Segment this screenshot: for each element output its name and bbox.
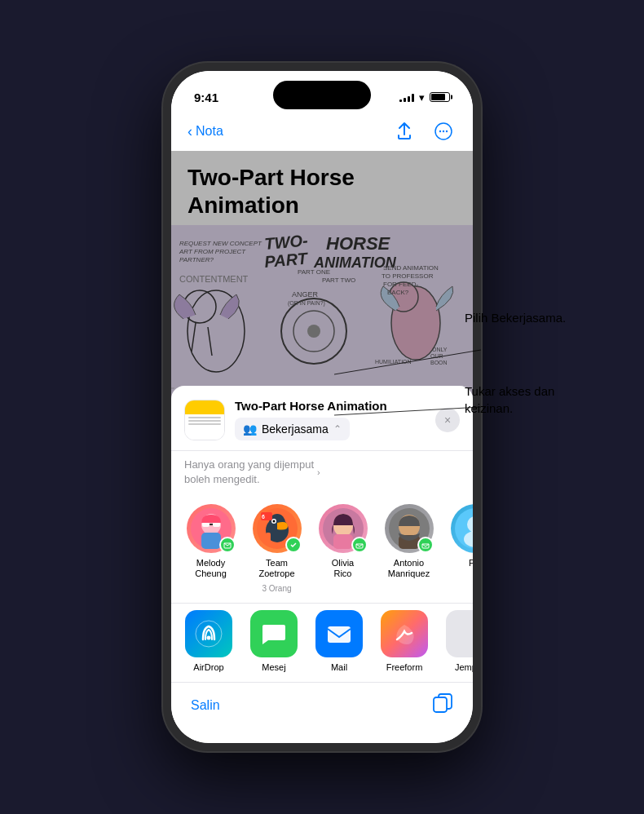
notes-icon-lines (185, 414, 224, 440)
app-partial[interactable]: Jemp... (445, 610, 473, 672)
airdrop-icon (185, 610, 232, 657)
share-title-area: Two-Part Horse Animation 👥 Bekerjasama ⌃ (235, 399, 426, 440)
phone-screen: 9:41 ▾ ‹ Not (171, 71, 473, 743)
bar4 (412, 94, 414, 102)
access-chevron-icon: › (317, 467, 320, 477)
phone-frame: 9:41 ▾ ‹ Not (163, 63, 481, 751)
access-info: Hanya orang yang dijemput boleh mengedit… (171, 451, 473, 497)
svg-point-1 (439, 131, 441, 132)
contact-name-antonio: Antonio Manriquez (388, 558, 430, 579)
notes-line-2 (188, 420, 221, 422)
app-mesej[interactable]: Mesej (249, 610, 298, 672)
contact-badge-olivia (351, 537, 368, 553)
dynamic-island (273, 81, 371, 109)
svg-rect-37 (201, 533, 221, 549)
contact-name-team: Team Zoetrope (250, 558, 303, 579)
app-label-mesej: Mesej (262, 662, 285, 672)
notes-app-icon (184, 400, 225, 440)
avatar-partial (451, 504, 474, 553)
svg-point-3 (446, 131, 448, 132)
svg-point-61 (196, 621, 222, 647)
copy-button[interactable]: Salin (191, 698, 220, 713)
status-icons: ▾ (399, 91, 450, 104)
app-airdrop[interactable]: AirDrop (184, 610, 233, 672)
mesej-svg (260, 620, 288, 648)
more-button[interactable] (430, 118, 457, 144)
access-text[interactable]: Hanya orang yang dijemput boleh mengedit… (184, 458, 460, 487)
contact-avatar-wrap-melody (187, 504, 236, 553)
mail-icon (315, 610, 363, 657)
back-button[interactable]: ‹ Nota (187, 123, 223, 140)
back-label: Nota (196, 124, 223, 139)
airdrop-svg (195, 620, 223, 648)
wifi-icon: ▾ (419, 91, 425, 104)
contact-badge-antonio (417, 537, 434, 553)
share-header: Two-Part Horse Animation 👥 Bekerjasama ⌃… (171, 386, 473, 451)
contact-name-partial: P... (469, 558, 473, 568)
app-label-freeform: Freeform (386, 662, 423, 672)
copy-svg (432, 692, 453, 714)
notes-line-3 (188, 423, 221, 425)
contact-avatar-wrap-antonio (385, 504, 434, 553)
svg-point-2 (443, 131, 444, 132)
svg-text:6: 6 (262, 514, 265, 520)
contact-avatar-wrap-olivia (319, 504, 368, 553)
close-button[interactable]: × (435, 408, 460, 432)
battery-fill (431, 94, 445, 100)
collaborate-icon: 👥 (243, 422, 257, 436)
contact-avatar-wrap-team: 6 (253, 504, 302, 553)
partial-avatar-svg (455, 508, 474, 549)
nav-bar: ‹ Nota (171, 112, 473, 151)
status-time: 9:41 (194, 91, 218, 104)
collaborate-label: Bekerjasama (262, 422, 329, 436)
svg-rect-63 (328, 626, 351, 643)
contact-team[interactable]: 6 Team Zoetrope 3 Orang (250, 504, 303, 593)
freeform-icon (381, 610, 428, 657)
contact-partial[interactable]: P... (448, 504, 473, 593)
contact-avatar-wrap-partial (451, 504, 474, 553)
battery-icon (430, 92, 450, 102)
note-area: Two-Part Horse Animation REQUEST NEW CON… (171, 151, 473, 743)
app-freeform[interactable]: Freeform (380, 610, 429, 672)
contact-badge-melody (219, 537, 236, 553)
contact-name-olivia: Olivia Rico (332, 558, 355, 579)
annotation-akses: Tukar akses dan keizinan. (465, 383, 554, 417)
share-bottom: Salin (171, 682, 473, 743)
bar1 (399, 100, 402, 102)
app-mail[interactable]: Mail (315, 610, 364, 672)
svg-rect-46 (266, 533, 271, 542)
notes-icon-yellow-band (185, 400, 224, 414)
contacts-row: Melody Cheung (171, 498, 473, 603)
copy-icon[interactable] (432, 692, 453, 719)
app-label-airdrop: AirDrop (193, 662, 223, 672)
collab-chevron-icon: ⌃ (333, 423, 342, 435)
contact-melody[interactable]: Melody Cheung (184, 504, 237, 593)
bar2 (404, 98, 406, 102)
ellipsis-icon (434, 122, 452, 140)
svg-point-62 (207, 636, 211, 640)
svg-point-45 (272, 520, 275, 522)
annotation-akses-text: Tukar akses dan keizinan. (465, 383, 554, 417)
svg-rect-65 (434, 697, 447, 712)
app-label-mail: Mail (331, 662, 347, 672)
close-icon: × (444, 414, 451, 427)
svg-rect-52 (333, 534, 353, 549)
annotation-bekerjasama-text: Pilih Bekerjasama. (465, 309, 566, 326)
annotation-bekerjasama: Pilih Bekerjasama. (465, 309, 566, 326)
contact-olivia[interactable]: Olivia Rico (316, 504, 369, 593)
contact-sub-team: 3 Orang (262, 584, 291, 593)
collaborate-dropdown[interactable]: 👥 Bekerjasama ⌃ (235, 418, 350, 440)
mesej-icon (250, 610, 298, 657)
nav-actions (391, 118, 457, 144)
apps-row: AirDrop Mesej (171, 603, 473, 682)
notes-line-1 (188, 417, 221, 418)
svg-rect-40 (210, 524, 213, 525)
freeform-svg (390, 620, 418, 648)
signal-bars-icon (399, 92, 414, 102)
share-icon (396, 122, 412, 140)
contact-badge-team (285, 537, 302, 553)
contact-antonio[interactable]: Antonio Manriquez (382, 504, 435, 593)
share-button[interactable] (391, 118, 417, 144)
bar3 (408, 96, 410, 102)
share-doc-title: Two-Part Horse Animation (235, 399, 426, 413)
